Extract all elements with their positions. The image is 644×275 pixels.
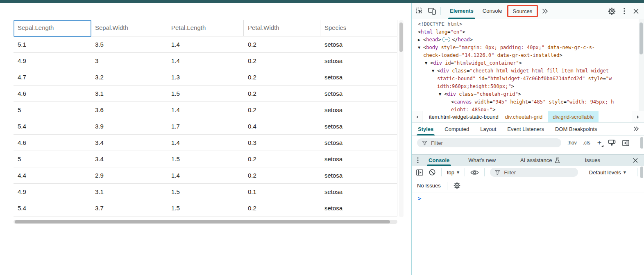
table-cell[interactable]: 5.1 — [14, 36, 91, 52]
expand-down-icon[interactable]: ▼ — [418, 44, 423, 52]
dom-tree-line[interactable]: ▶<head>⋯</head> — [412, 36, 644, 44]
table-cell[interactable]: setosa — [320, 102, 397, 118]
table-row[interactable]: 4.931.40.2setosa — [14, 53, 397, 69]
expand-down-icon[interactable]: ▼ — [439, 90, 444, 98]
table-cell[interactable]: 0.2 — [244, 200, 320, 216]
table-cell[interactable]: 1.4 — [167, 53, 244, 69]
table-cell[interactable]: 1.7 — [167, 118, 244, 134]
table-row[interactable]: 4.63.41.40.3setosa — [14, 135, 397, 151]
table-cell[interactable]: 3.7 — [91, 200, 167, 216]
tab-sources[interactable]: Sources — [513, 8, 533, 14]
dom-tree-line[interactable]: ▼<div class="cheetah html-widget html-fi… — [412, 67, 644, 75]
styles-filter-input[interactable]: Filter — [417, 138, 561, 147]
drawer-tab-ai-assistance[interactable]: AI assistance — [520, 155, 560, 166]
tab-elements[interactable]: Elements — [450, 3, 474, 19]
elements-scrollbar-thumb[interactable] — [639, 23, 643, 54]
table-cell[interactable]: 0.2 — [244, 69, 320, 85]
table-row[interactable]: 5.43.71.50.2setosa — [14, 200, 397, 216]
grid-horizontal-scrollbar[interactable] — [14, 220, 397, 224]
table-cell[interactable]: 0.2 — [244, 86, 320, 101]
tab-layout[interactable]: Layout — [480, 123, 496, 135]
table-cell[interactable]: 1.4 — [167, 135, 244, 151]
styles-scrollbar-thumb[interactable] — [640, 137, 643, 149]
table-cell[interactable]: 3.1 — [91, 86, 167, 101]
table-cell[interactable]: 3.9 — [91, 118, 167, 134]
breadcrumb-prev-icon[interactable] — [412, 111, 422, 122]
eye-icon[interactable] — [470, 169, 479, 176]
table-cell[interactable]: 0.2 — [244, 167, 320, 183]
breadcrumb-next-icon[interactable] — [632, 111, 644, 122]
menu-dots-icon[interactable] — [417, 157, 419, 163]
breadcrumb-item[interactable]: item.html-widget-static-bound — [429, 114, 499, 120]
column-header[interactable]: Species — [320, 20, 397, 36]
table-cell[interactable]: 5 — [14, 151, 91, 167]
table-cell[interactable]: 1.4 — [167, 102, 244, 118]
log-levels-dropdown[interactable]: Default levels ▼ — [589, 169, 626, 176]
table-cell[interactable]: 1.5 — [167, 200, 244, 216]
table-row[interactable]: 4.42.91.40.2setosa — [14, 167, 397, 184]
table-cell[interactable]: 0.2 — [244, 53, 320, 69]
new-style-rule-button[interactable]: + — [597, 140, 602, 146]
table-cell[interactable]: 0.2 — [244, 36, 320, 52]
table-cell[interactable]: 4.7 — [14, 69, 91, 85]
table-row[interactable]: 5.13.51.40.2setosa — [14, 36, 397, 53]
clear-console-icon[interactable] — [429, 169, 436, 176]
grid-vertical-scrollbar-thumb[interactable] — [399, 23, 403, 52]
more-adorner-icon[interactable]: ⋯ — [442, 37, 450, 42]
settings-gear-icon[interactable] — [608, 7, 616, 15]
table-cell[interactable]: 1.3 — [167, 69, 244, 85]
settings-gear-icon[interactable] — [454, 182, 460, 189]
tab-event-listeners[interactable]: Event Listeners — [507, 123, 544, 135]
table-cell[interactable]: 3.4 — [91, 135, 167, 151]
dom-tree-line[interactable]: <!DOCTYPE html> — [412, 20, 644, 28]
column-header[interactable]: Sepal.Length — [14, 20, 91, 36]
console-prompt-icon[interactable]: > — [418, 195, 421, 202]
table-cell[interactable]: setosa — [320, 184, 397, 200]
table-cell[interactable]: 3 — [91, 53, 167, 69]
expand-right-icon[interactable]: ▶ — [418, 36, 423, 44]
dom-tree-line[interactable]: eight: 485px;"> — [412, 106, 644, 111]
breadcrumb-item[interactable]: div.cheetah-grid — [505, 114, 543, 120]
table-cell[interactable]: 3.6 — [91, 102, 167, 118]
table-cell[interactable]: setosa — [320, 167, 397, 183]
table-cell[interactable]: 4.6 — [14, 135, 91, 151]
dom-tree-line[interactable]: static-bound" id="htmlwidget-47c06bf0ba6… — [412, 75, 644, 83]
close-icon[interactable] — [633, 158, 638, 163]
tab-console[interactable]: Console — [483, 3, 502, 19]
menu-dots-icon[interactable] — [624, 8, 625, 14]
console-sidebar-icon[interactable] — [416, 169, 423, 176]
table-row[interactable]: 5.43.91.70.4setosa — [14, 118, 397, 135]
table-cell[interactable]: 4.4 — [14, 167, 91, 183]
table-cell[interactable]: 4.9 — [14, 184, 91, 200]
table-cell[interactable]: setosa — [320, 53, 397, 69]
column-header[interactable]: Petal.Width — [244, 20, 320, 36]
grid-horizontal-scrollbar-thumb[interactable] — [15, 220, 390, 223]
table-cell[interactable]: 2.9 — [91, 167, 167, 183]
drawer-tab-whats-new[interactable]: What's new — [468, 155, 496, 166]
table-cell[interactable]: setosa — [320, 118, 397, 134]
table-cell[interactable]: setosa — [320, 200, 397, 216]
table-cell[interactable]: setosa — [320, 69, 397, 85]
rendering-brush-icon[interactable] — [608, 140, 616, 146]
table-cell[interactable]: 4.6 — [14, 86, 91, 101]
table-cell[interactable]: setosa — [320, 135, 397, 151]
table-cell[interactable]: 3.5 — [91, 36, 167, 52]
expand-down-icon[interactable]: ▼ — [425, 59, 430, 67]
dom-tree-line[interactable]: <canvas width="945" height="485" style="… — [412, 98, 644, 106]
table-cell[interactable]: 0.4 — [244, 118, 320, 134]
table-row[interactable]: 4.73.21.30.2setosa — [14, 69, 397, 86]
grid-vertical-scrollbar[interactable] — [399, 20, 404, 217]
table-row[interactable]: 53.41.50.2setosa — [14, 151, 397, 167]
table-cell[interactable]: 3.1 — [91, 184, 167, 200]
toggle-element-state-button[interactable]: :hov — [567, 140, 577, 146]
console-scrollbar-thumb[interactable] — [640, 167, 643, 178]
inspect-icon[interactable] — [415, 7, 424, 15]
drawer-tab-issues[interactable]: Issues — [585, 155, 600, 166]
more-tabs-icon[interactable] — [633, 126, 639, 131]
expand-down-icon[interactable]: ▼ — [432, 67, 437, 75]
table-row[interactable]: 53.61.40.2setosa — [14, 102, 397, 118]
toggle-sidebar-icon[interactable] — [622, 140, 629, 146]
issues-status[interactable]: No Issues — [417, 183, 441, 189]
table-cell[interactable]: 1.4 — [167, 36, 244, 52]
table-cell[interactable]: setosa — [320, 151, 397, 167]
